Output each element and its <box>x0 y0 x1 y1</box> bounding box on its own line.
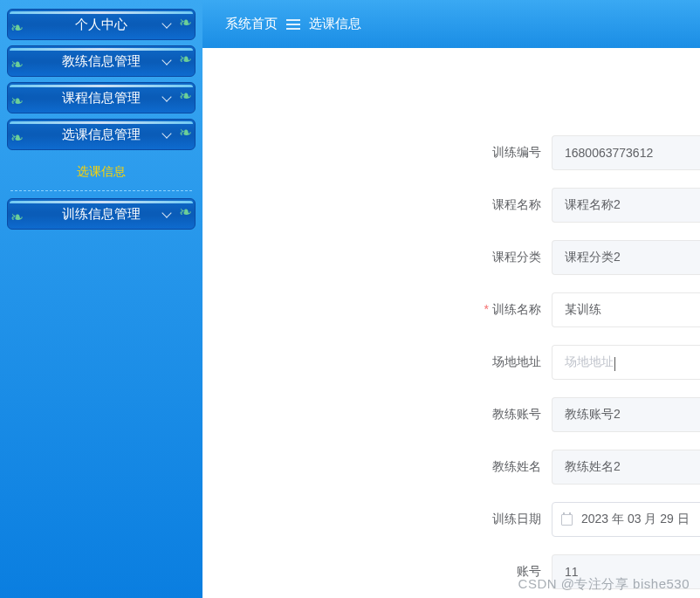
training-id-field[interactable]: 1680063773612 <box>552 135 700 170</box>
menu-toggle-icon[interactable] <box>286 19 300 30</box>
sidebar-subitem-label: 选课信息 <box>77 164 126 178</box>
leaf-decor-icon: ❧ <box>179 198 192 227</box>
form-row-venue-address: 场地地址 场地地址 <box>202 336 700 388</box>
leaf-decor-icon: ❧ <box>179 82 192 111</box>
field-label: 课程名称 <box>202 197 552 213</box>
form-row-course-category: 课程分类 课程分类2 <box>202 231 700 284</box>
course-name-field[interactable]: 课程名称2 <box>552 188 700 223</box>
sidebar-item-select-course[interactable]: ❧ 选课信息管理 ❧ <box>7 119 196 150</box>
sidebar-item-label: 课程信息管理 <box>62 90 141 105</box>
coach-account-field[interactable]: 教练账号2 <box>552 397 700 432</box>
breadcrumb-current: 选课信息 <box>309 16 361 32</box>
leaf-decor-icon: ❧ <box>179 45 192 74</box>
chevron-down-icon <box>161 92 171 101</box>
sidebar-item-coach-info[interactable]: ❧ 教练信息管理 ❧ <box>7 45 196 77</box>
leaf-decor-icon: ❧ <box>10 13 24 40</box>
form-row-course-name: 课程名称 课程名称2 <box>202 179 700 231</box>
leaf-decor-icon: ❧ <box>10 50 24 77</box>
leaf-decor-icon: ❧ <box>10 86 24 113</box>
calendar-icon <box>561 514 573 526</box>
field-label: 训练日期 <box>202 512 552 527</box>
sidebar: ❧ 个人中心 ❧ ❧ 教练信息管理 ❧ ❧ 课程信息管理 ❧ ❧ 选课信息管理 … <box>0 0 202 598</box>
breadcrumb-home[interactable]: 系统首页 <box>225 16 278 32</box>
account-field[interactable]: 11 <box>552 554 700 589</box>
leaf-decor-icon: ❧ <box>179 9 192 38</box>
field-label: 场地地址 <box>202 354 552 370</box>
field-label: 训练编号 <box>202 145 552 161</box>
text-cursor-icon <box>614 357 615 371</box>
form-row-training-id: 训练编号 1680063773612 <box>202 127 700 179</box>
main-panel: 系统首页 选课信息 训练编号 1680063773612 课程名称 课程名称2 … <box>202 0 700 598</box>
form-row-training-name: *训练名称 某训练 <box>202 284 700 336</box>
chevron-down-icon <box>161 55 171 65</box>
field-label: *训练名称 <box>202 302 552 318</box>
leaf-decor-icon: ❧ <box>179 119 192 148</box>
venue-address-input[interactable]: 场地地址 <box>552 345 700 380</box>
chevron-down-icon <box>161 128 171 138</box>
sidebar-item-training-info[interactable]: ❧ 训练信息管理 ❧ <box>7 198 196 230</box>
sidebar-item-personal-center[interactable]: ❧ 个人中心 ❧ <box>7 9 196 40</box>
chevron-down-icon <box>161 208 171 217</box>
sidebar-item-label: 个人中心 <box>75 17 127 31</box>
field-label: 账号 <box>202 564 552 580</box>
sidebar-subitem-select-course-info[interactable]: 选课信息 <box>10 155 192 191</box>
coach-name-field[interactable]: 教练姓名2 <box>552 450 700 485</box>
sidebar-item-course-info[interactable]: ❧ 课程信息管理 ❧ <box>7 82 196 113</box>
sidebar-item-label: 选课信息管理 <box>62 127 141 141</box>
course-category-field[interactable]: 课程分类2 <box>552 240 700 275</box>
field-label: 教练账号 <box>202 407 552 423</box>
topbar: 系统首页 选课信息 <box>202 0 700 48</box>
form: 训练编号 1680063773612 课程名称 课程名称2 课程分类 课程分类2… <box>202 48 700 598</box>
date-value: 2023 年 03 月 29 日 <box>581 512 690 527</box>
sidebar-item-label: 训练信息管理 <box>62 206 141 221</box>
leaf-decor-icon: ❧ <box>10 203 24 230</box>
form-row-training-date: 训练日期 2023 年 03 月 29 日 <box>202 493 700 546</box>
training-name-input[interactable]: 某训练 <box>552 292 700 327</box>
training-date-picker[interactable]: 2023 年 03 月 29 日 <box>552 502 700 537</box>
form-row-coach-account: 教练账号 教练账号2 <box>202 388 700 441</box>
form-row-account: 账号 11 <box>202 546 700 598</box>
chevron-down-icon <box>161 18 171 28</box>
sidebar-item-label: 教练信息管理 <box>62 53 141 68</box>
form-row-coach-name: 教练姓名 教练姓名2 <box>202 441 700 493</box>
field-label: 教练姓名 <box>202 459 552 475</box>
field-label: 课程分类 <box>202 250 552 265</box>
leaf-decor-icon: ❧ <box>10 123 24 150</box>
